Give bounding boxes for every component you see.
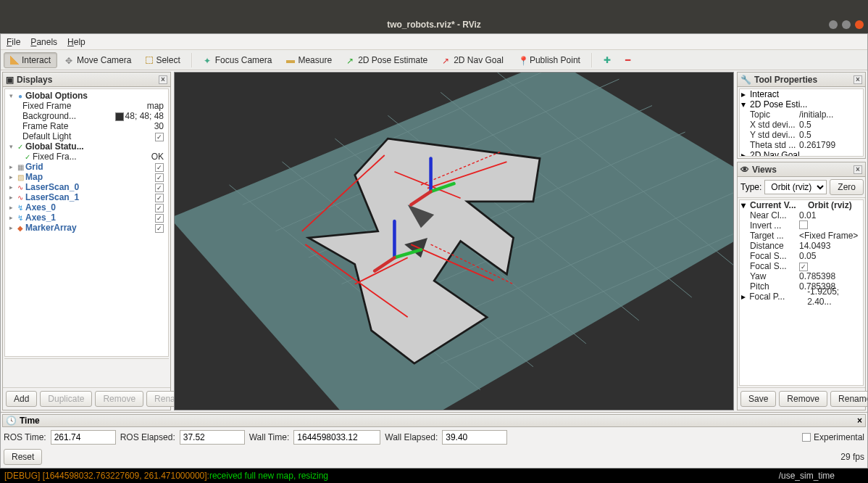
cursor-icon <box>10 56 19 65</box>
tool-interact[interactable]: Interact <box>4 52 57 68</box>
description-box <box>4 358 169 387</box>
window-controls <box>829 20 864 29</box>
prop-theta[interactable]: Theta std ... <box>741 140 799 150</box>
panel-close-icon[interactable]: × <box>159 75 167 84</box>
ros-elapsed-field[interactable] <box>180 430 245 445</box>
views-tree[interactable]: ▾Current V...Orbit (rviz) Near Cl...0.01… <box>739 199 864 386</box>
views-panel: 👁 Views × Type: Orbit (rviz) Zero ▾Curre… <box>737 162 866 410</box>
panel-close-icon[interactable]: × <box>854 165 862 174</box>
prop-focal-s2[interactable]: Focal S... <box>741 261 799 271</box>
reset-button[interactable]: Reset <box>4 449 42 465</box>
tool-add[interactable]: ✚ <box>597 52 617 68</box>
tool-props-header[interactable]: 🔧 Tool Properties × <box>738 73 865 87</box>
tool-measure[interactable]: Measure <box>280 52 338 68</box>
log-message: received full new map, resizing <box>209 471 328 481</box>
prop-near-clip[interactable]: Near Cl... <box>741 210 799 220</box>
save-button[interactable]: Save <box>740 391 776 407</box>
prop-nav-goal[interactable]: 2D Nav Goal <box>750 150 800 157</box>
checkbox[interactable]: ✓ <box>155 204 164 212</box>
ruler-icon <box>286 60 295 63</box>
tool-focus-camera[interactable]: ✦ Focus Camera <box>197 52 279 68</box>
prop-focal-s1[interactable]: Focal S... <box>741 251 799 261</box>
separator <box>191 53 193 67</box>
checkbox[interactable]: ✓ <box>155 224 164 233</box>
checkbox[interactable]: ✓ <box>799 263 808 271</box>
tree-global-status[interactable]: Global Statu... <box>25 141 84 152</box>
prop-pose-est[interactable]: 2D Pose Esti... <box>750 99 807 110</box>
tree-global-options[interactable]: Global Options <box>25 91 88 101</box>
checkbox[interactable]: ✓ <box>155 173 164 182</box>
add-button[interactable]: Add <box>6 391 37 407</box>
menu-help[interactable]: Help <box>67 37 85 47</box>
prop-distance[interactable]: Distance <box>741 241 799 251</box>
zero-button[interactable]: Zero <box>830 179 864 195</box>
ros-time-field[interactable] <box>51 430 116 445</box>
checkbox[interactable]: ✓ <box>155 133 164 141</box>
checkbox[interactable]: ✓ <box>155 194 164 202</box>
prop-topic[interactable]: Topic <box>741 110 799 120</box>
prop-x-std[interactable]: X std devi... <box>741 120 799 130</box>
3d-viewport[interactable] <box>174 72 734 410</box>
tool-pose-estimate[interactable]: ↗ 2D Pose Estimate <box>340 52 434 68</box>
log-prefix: [DEBUG] [1644598032.763227609, 261.47100… <box>4 471 209 481</box>
views-header[interactable]: 👁 Views × <box>738 162 865 177</box>
time-footer: Reset 29 fps <box>2 447 866 466</box>
current-view[interactable]: Current V... <box>750 200 808 210</box>
tree-axes-1[interactable]: Axes_1 <box>25 212 56 223</box>
rename-view-button[interactable]: Rename <box>830 391 867 407</box>
wall-time-field[interactable] <box>293 430 380 445</box>
tool-move-label: Move Camera <box>77 55 131 65</box>
prop-frame-rate[interactable]: Frame Rate <box>22 121 68 131</box>
time-header[interactable]: 🕓 Time × <box>2 414 866 427</box>
experimental-checkbox[interactable] <box>802 433 811 442</box>
tool-props-title: Tool Properties <box>754 75 817 85</box>
tool-publish-point[interactable]: 📍 Publish Point <box>512 52 587 68</box>
prop-default-light[interactable]: Default Light <box>22 131 71 141</box>
menu-file[interactable]: File <box>7 37 20 47</box>
tool-props-tree[interactable]: ▸Interact ▾2D Pose Esti... Topic/initial… <box>739 88 864 157</box>
tool-nav-goal[interactable]: ↗ 2D Nav Goal <box>435 52 510 68</box>
log-topic: /use_sim_time <box>779 471 864 481</box>
checkbox[interactable]: ✓ <box>155 163 164 172</box>
time-title: Time <box>20 416 40 426</box>
tree-map[interactable]: Map <box>25 172 43 182</box>
type-label: Type: <box>740 182 761 192</box>
tree-laserscan-0[interactable]: LaserScan_0 <box>25 182 79 192</box>
panel-close-icon[interactable]: × <box>854 75 862 84</box>
prop-invert[interactable]: Invert ... <box>741 220 799 231</box>
tool-interact-label: Interact <box>22 55 51 65</box>
tree-axes-0[interactable]: Axes_0 <box>25 202 56 212</box>
checkbox[interactable] <box>799 220 808 229</box>
prop-background[interactable]: Background... <box>22 111 76 121</box>
checkbox[interactable]: ✓ <box>155 214 164 223</box>
tree-grid[interactable]: Grid <box>25 162 43 172</box>
prop-y-std[interactable]: Y std devi... <box>741 130 799 140</box>
displays-header[interactable]: ▣ Displays × <box>3 73 170 87</box>
tool-remove[interactable]: ━ <box>619 52 637 68</box>
prop-interact[interactable]: Interact <box>750 89 779 99</box>
tool-select[interactable]: Select <box>139 52 186 68</box>
plus-icon: ✚ <box>604 55 611 65</box>
prop-pitch[interactable]: Pitch <box>741 281 799 292</box>
minimize-button[interactable] <box>829 20 838 29</box>
prop-yaw[interactable]: Yaw <box>741 271 799 281</box>
tree-laserscan-1[interactable]: LaserScan_1 <box>25 192 79 202</box>
maximize-button[interactable] <box>842 20 851 29</box>
wall-elapsed-field[interactable] <box>442 430 507 445</box>
clock-icon: 🕓 <box>6 416 17 426</box>
tool-move-camera[interactable]: ✥ Move Camera <box>59 52 138 68</box>
experimental-label: Experimental <box>814 432 864 442</box>
panel-close-icon[interactable]: × <box>857 416 862 426</box>
menu-panels[interactable]: Panels <box>30 37 57 47</box>
prop-fixed-frame[interactable]: Fixed Frame <box>22 101 71 111</box>
prop-target[interactable]: Target ... <box>741 231 799 241</box>
checkbox[interactable]: ✓ <box>155 183 164 192</box>
close-button[interactable] <box>855 20 864 29</box>
right-panels: 🔧 Tool Properties × ▸Interact ▾2D Pose E… <box>735 70 867 412</box>
remove-view-button[interactable]: Remove <box>779 391 827 407</box>
view-type-select[interactable]: Orbit (rviz) <box>764 180 827 194</box>
prop-focal-p[interactable]: Focal P... <box>749 292 807 302</box>
displays-tree[interactable]: ▾●Global Options Fixed Framemap Backgrou… <box>4 88 169 357</box>
tree-marker-array[interactable]: MarkerArray <box>25 223 77 233</box>
tool-properties-panel: 🔧 Tool Properties × ▸Interact ▾2D Pose E… <box>737 72 866 159</box>
